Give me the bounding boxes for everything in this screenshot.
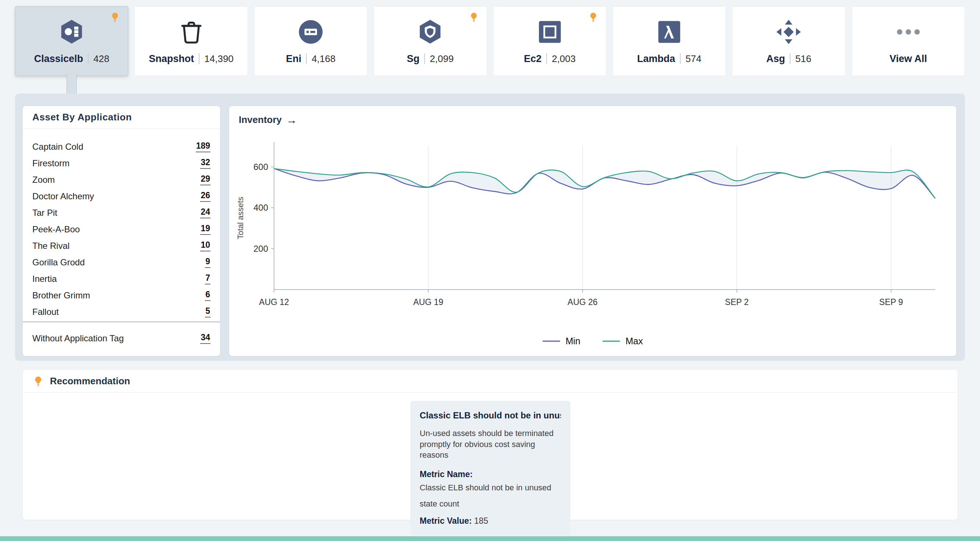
resource-card-label-line: Classicelb428 (34, 53, 110, 65)
asset-application-count[interactable]: 19 (200, 224, 210, 235)
asset-application-count[interactable]: 26 (200, 190, 210, 202)
legend-label: Min (566, 336, 581, 346)
asset-footer-row[interactable]: Without Application Tag 34 (23, 322, 220, 344)
asset-application-name: Tar Pit (32, 208, 57, 218)
asset-application-count[interactable]: 7 (205, 273, 210, 284)
label-divider (680, 53, 681, 64)
asset-application-list: Captain Cold189Firestorm32Zoom29Doctor A… (23, 129, 220, 320)
resource-card-label: Lambda (637, 53, 676, 65)
svg-text:AUG 26: AUG 26 (568, 297, 598, 307)
asset-application-row[interactable]: Zoom29 (32, 171, 210, 188)
ec2-icon (536, 18, 564, 46)
inventory-chart-area: 200400600AUG 12AUG 19AUG 26SEP 2SEP 9Tot… (234, 132, 950, 315)
asset-application-name: Fallout (32, 307, 59, 317)
label-divider (306, 53, 307, 64)
resource-card-ec2[interactable]: Ec22,003 (493, 6, 606, 76)
asset-application-row[interactable]: Gorilla Grodd9 (32, 254, 210, 271)
lightbulb-icon (32, 376, 44, 387)
metric-value-line: Metric Value: 185 (420, 516, 561, 526)
resource-card-count: 14,390 (204, 53, 234, 65)
asset-application-name: Firestorm (32, 158, 69, 168)
resource-card-label: Ec2 (524, 53, 541, 65)
detail-panel: Asset By Application Captain Cold189Fire… (15, 94, 965, 361)
alert-lightbulb-icon (468, 12, 479, 23)
asset-application-row[interactable]: Captain Cold189 (32, 138, 210, 155)
svg-text:AUG 19: AUG 19 (413, 297, 443, 307)
resource-card-label-line: Snapshot14,390 (149, 53, 234, 65)
asset-application-row[interactable]: Brother Grimm6 (32, 287, 210, 303)
inventory-header[interactable]: Inventory → (229, 106, 956, 125)
metric-name-value: Classic ELB should not be in unused (420, 483, 561, 493)
asset-application-name: Captain Cold (32, 142, 83, 152)
label-divider (546, 53, 547, 64)
asset-application-row[interactable]: Tar Pit24 (32, 205, 210, 221)
resource-card-label-line: View All (889, 53, 927, 65)
asset-footer-count[interactable]: 34 (200, 333, 210, 344)
inventory-chart: 200400600AUG 12AUG 19AUG 26SEP 2SEP 9Tot… (234, 132, 950, 315)
snapshot-icon (177, 18, 205, 46)
resource-card-label-line: Ec22,003 (524, 53, 576, 65)
asset-application-count[interactable]: 189 (196, 141, 210, 152)
resource-card-eni[interactable]: Eni4,168 (254, 6, 368, 76)
recommendation-card[interactable]: Classic ELB should not be in unus... Un-… (410, 401, 570, 536)
resource-card-snapshot[interactable]: Snapshot14,390 (134, 6, 248, 76)
asset-application-row[interactable]: Firestorm32 (32, 155, 210, 171)
resource-card-label: Snapshot (149, 53, 194, 65)
sg-icon (416, 18, 444, 46)
svg-text:SEP 2: SEP 2 (725, 297, 749, 307)
dots-icon (894, 18, 922, 46)
asset-application-row[interactable]: Fallout5 (32, 303, 210, 320)
asset-application-count[interactable]: 10 (200, 240, 210, 251)
legend-label: Max (625, 336, 643, 346)
asset-by-application-card: Asset By Application Captain Cold189Fire… (23, 106, 220, 356)
lambda-icon (655, 18, 683, 46)
alert-lightbulb-icon (110, 12, 121, 23)
resource-card-asg[interactable]: Asg516 (732, 6, 845, 76)
asset-application-count[interactable]: 6 (205, 290, 210, 301)
legend-swatch (542, 341, 560, 342)
asset-application-row[interactable]: Peek-A-Boo19 (32, 221, 210, 238)
resource-card-lambda[interactable]: Lambda574 (612, 6, 726, 76)
legend-item-min[interactable]: Min (542, 336, 581, 346)
resource-card-label: View All (889, 53, 927, 65)
label-divider (790, 53, 791, 64)
legend-item-max[interactable]: Max (602, 336, 643, 346)
asset-application-name: Peek-A-Boo (32, 224, 80, 235)
recommendation-card-title: Classic ELB should not be in unus... (420, 410, 561, 420)
asset-application-row[interactable]: Doctor Alchemy26 (32, 188, 210, 205)
resource-card-label: Eni (286, 53, 301, 65)
alert-lightbulb-icon (588, 12, 599, 23)
asset-application-count[interactable]: 24 (200, 207, 210, 218)
asset-application-name: Brother Grimm (32, 290, 90, 301)
asset-application-row[interactable]: The Rival10 (32, 238, 210, 254)
asset-application-name: Zoom (32, 175, 55, 185)
asset-application-count[interactable]: 9 (205, 257, 210, 268)
asset-application-row[interactable]: Inertia7 (32, 271, 210, 287)
recommendation-description: Un-used assets should be terminated prom… (420, 428, 561, 461)
metric-value: 185 (474, 516, 488, 525)
svg-text:AUG 12: AUG 12 (259, 297, 289, 307)
eni-icon (297, 18, 325, 46)
resource-card-view-all[interactable]: View All (852, 6, 965, 76)
arrow-right-icon: → (286, 114, 297, 125)
resource-card-count: 2,099 (430, 53, 453, 65)
svg-text:200: 200 (253, 244, 268, 254)
resource-card-sg[interactable]: Sg2,099 (374, 6, 487, 76)
asset-application-count[interactable]: 32 (200, 157, 210, 169)
recommendation-header: Recommendation (23, 370, 958, 393)
resource-card-count: 574 (686, 53, 701, 65)
svg-text:400: 400 (253, 203, 268, 213)
bottom-accent-bar (0, 536, 980, 541)
inventory-card: Inventory → 200400600AUG 12AUG 19AUG 26S… (229, 106, 956, 356)
asset-application-name: Gorilla Grodd (32, 257, 85, 268)
asset-application-name: Inertia (32, 274, 57, 284)
svg-text:600: 600 (253, 162, 268, 172)
resource-card-count: 428 (93, 53, 109, 65)
asset-footer-name: Without Application Tag (32, 333, 124, 344)
resource-card-classicelb[interactable]: Classicelb428 (15, 6, 128, 76)
asset-application-count[interactable]: 29 (200, 174, 210, 186)
recommendation-title: Recommendation (50, 376, 130, 387)
asset-application-name: Doctor Alchemy (32, 191, 94, 201)
resource-card-label-line: Lambda574 (637, 53, 702, 65)
asset-application-count[interactable]: 5 (205, 306, 210, 317)
